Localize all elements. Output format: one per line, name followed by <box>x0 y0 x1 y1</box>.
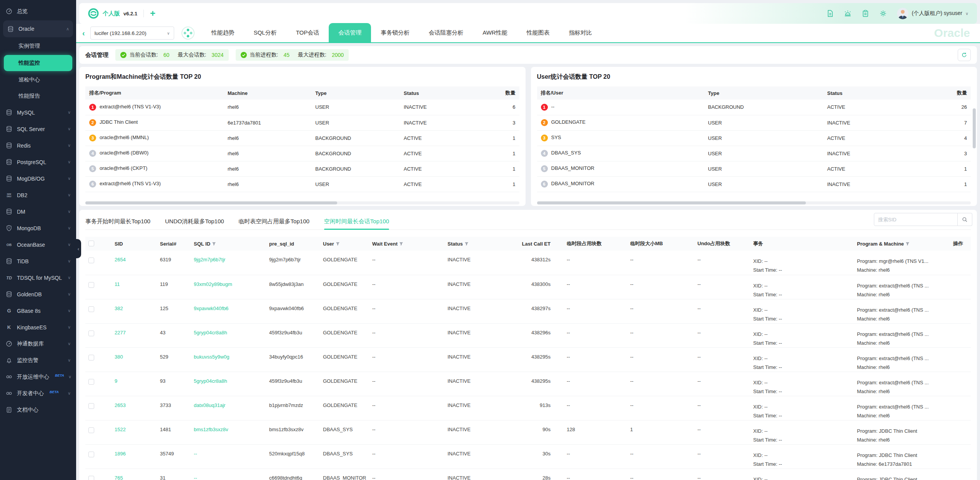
row-checkbox[interactable] <box>88 452 94 457</box>
instance-select[interactable]: lucifer (192.168.6.220) ∨ <box>90 27 174 40</box>
column-header-undo-blocks[interactable]: Undo占用块数 <box>694 237 750 251</box>
sid-link[interactable]: 382 <box>115 306 123 311</box>
module-tab[interactable]: AWR性能 <box>473 23 517 42</box>
column-header-temp-blocks[interactable]: 临时段占用块数 <box>564 237 627 251</box>
column-header[interactable]: Type <box>704 86 824 100</box>
back-button[interactable]: ‹ <box>82 29 85 38</box>
column-header[interactable]: 数量 <box>931 86 971 100</box>
row-checkbox[interactable] <box>88 331 94 336</box>
row-checkbox[interactable] <box>88 379 94 385</box>
sidebar-item-shentong[interactable]: 神通数据库∨ <box>0 336 76 352</box>
sid-link[interactable]: 2277 <box>115 330 126 336</box>
sql-id-link[interactable]: bukuvss5y9w0g <box>194 354 230 360</box>
sidebar-subitem-inspection-center[interactable]: 巡检中心 <box>0 72 76 88</box>
sidebar-subitem-performance-monitor[interactable]: 性能监控 <box>4 55 72 71</box>
row-checkbox[interactable] <box>88 403 94 409</box>
sql-id-link[interactable]: datx08uq31ajr <box>194 402 225 408</box>
sql-id-link[interactable]: 93xm02y89bugm <box>194 281 232 287</box>
sid-link[interactable]: 2654 <box>115 257 126 262</box>
column-header-actions[interactable]: 操作 <box>950 237 971 251</box>
horizontal-scrollbar[interactable] <box>85 201 519 204</box>
module-tab[interactable]: 会话管理 <box>329 23 371 42</box>
sid-link[interactable]: 765 <box>115 475 123 480</box>
sidebar-item-oracle[interactable]: Oracle ∧ <box>3 20 73 37</box>
row-checkbox[interactable] <box>88 282 94 288</box>
sql-id-link[interactable]: 5gryp04cr8a8h <box>194 330 227 336</box>
filter-icon[interactable] <box>399 242 403 246</box>
column-header-sid[interactable]: SID <box>111 237 157 251</box>
sql-id-link[interactable]: -- <box>194 475 197 480</box>
session-list-tab[interactable]: 事务开始时间最长Top100 <box>85 213 150 230</box>
clipboard-icon[interactable] <box>862 10 869 17</box>
session-list-tab[interactable]: 空闲时间最长会话Top100 <box>324 213 389 230</box>
sid-link[interactable]: 380 <box>115 354 123 360</box>
gear-icon[interactable] <box>879 10 887 17</box>
refresh-button[interactable] <box>958 49 971 61</box>
sidebar-collapse-handle[interactable]: ‹ <box>76 239 81 258</box>
sql-id-link[interactable]: 9xpavwk040fb6 <box>194 306 228 311</box>
column-header-last-call-et[interactable]: Last Call ET <box>506 237 564 251</box>
module-tab[interactable]: SQL分析 <box>244 23 286 42</box>
sidebar-item-monitor-alert[interactable]: 监控告警∨ <box>0 352 76 369</box>
column-header[interactable]: Machine <box>224 86 311 100</box>
sidebar-item-overview[interactable]: 总览 <box>0 3 76 20</box>
sidebar-item-oceanbase[interactable]: OB OceanBase∨ <box>0 236 76 253</box>
search-input[interactable] <box>874 213 958 226</box>
column-header-pre-sql-id[interactable]: pre_sql_id <box>266 237 320 251</box>
module-tab[interactable]: TOP会话 <box>286 23 329 42</box>
sidebar-item-db2[interactable]: IBMDB2 DB2∨ <box>0 187 76 203</box>
sql-id-link[interactable]: bms1zfb3sxz8v <box>194 427 228 432</box>
module-tab[interactable]: 性能趋势 <box>202 23 244 42</box>
sidebar-subitem-instance-mgmt[interactable]: 实例管理 <box>0 38 76 54</box>
sql-id-link[interactable]: 9jg2m7p6b7tjr <box>194 257 225 262</box>
row-checkbox[interactable] <box>88 355 94 360</box>
module-tab[interactable]: 事务锁分析 <box>371 23 419 42</box>
module-tab[interactable]: 指标对比 <box>559 23 602 42</box>
horizontal-scrollbar[interactable] <box>537 201 971 204</box>
filter-icon[interactable] <box>905 242 910 246</box>
filter-icon[interactable] <box>212 242 216 246</box>
column-header-serial[interactable]: Serial# <box>157 237 191 251</box>
sidebar-item-goldendb[interactable]: GoldenDB∨ <box>0 286 76 302</box>
sidebar-item-tdsql[interactable]: TD TDSQL for MySQL∨ <box>0 269 76 286</box>
sidebar-item-mongodb[interactable]: MongoDB∨ <box>0 220 76 236</box>
sidebar-item-dm[interactable]: DM∨ <box>0 203 76 220</box>
select-all-checkbox[interactable] <box>88 241 94 246</box>
sidebar-item-tidb[interactable]: TiDB∨ <box>0 253 76 269</box>
module-tab[interactable]: 性能图表 <box>517 23 559 42</box>
sid-link[interactable]: 11 <box>115 281 120 287</box>
sidebar-item-mogdb[interactable]: MogDB/OG∨ <box>0 170 76 187</box>
column-header[interactable]: 排名/Program <box>85 86 224 100</box>
column-header-user[interactable]: User <box>320 237 369 251</box>
topology-icon[interactable] <box>181 26 195 40</box>
sidebar-item-ops-center[interactable]: 开放运维中心BETA ∨ <box>0 369 76 385</box>
column-header[interactable]: 数量 <box>488 86 519 100</box>
sid-link[interactable]: 2653 <box>115 402 126 408</box>
sidebar-item-kingbase[interactable]: K KingbaseES∨ <box>0 319 76 336</box>
column-header[interactable]: Status <box>400 86 488 100</box>
row-checkbox[interactable] <box>88 306 94 312</box>
column-header-status[interactable]: Status <box>444 237 506 251</box>
vertical-scrollbar[interactable] <box>973 108 976 148</box>
column-header[interactable]: 排名/User <box>537 86 704 100</box>
filter-icon[interactable] <box>336 242 340 246</box>
sidebar-item-postgresql[interactable]: PostgreSQL∨ <box>0 154 76 170</box>
row-checkbox[interactable] <box>88 476 94 480</box>
column-header-wait-event[interactable]: Wait Event <box>369 237 444 251</box>
alarm-icon[interactable] <box>844 10 852 17</box>
column-header[interactable]: Status <box>824 86 931 100</box>
column-header[interactable]: Type <box>311 86 400 100</box>
sql-id-link[interactable]: 5gryp04cr8a8h <box>194 378 227 384</box>
filter-icon[interactable] <box>464 242 469 246</box>
add-instance-button[interactable]: + <box>150 9 155 18</box>
sidebar-subitem-performance-report[interactable]: 性能报告 <box>0 88 76 104</box>
column-header-sql-id[interactable]: SQL ID <box>191 237 266 251</box>
sidebar-item-dev-center[interactable]: 开发者中心BETA ∨ <box>0 385 76 402</box>
module-tab[interactable]: 会话阻塞分析 <box>419 23 473 42</box>
column-header-transaction[interactable]: 事务 <box>750 237 854 251</box>
sid-link[interactable]: 1896 <box>115 451 126 457</box>
session-list-tab[interactable]: 临时表空间占用最多Top100 <box>239 213 309 230</box>
session-list-tab[interactable]: UNDO消耗最多Top100 <box>165 213 224 230</box>
sql-id-link[interactable]: -- <box>194 451 197 457</box>
column-header-program-machine[interactable]: Program & Machine <box>854 237 950 251</box>
